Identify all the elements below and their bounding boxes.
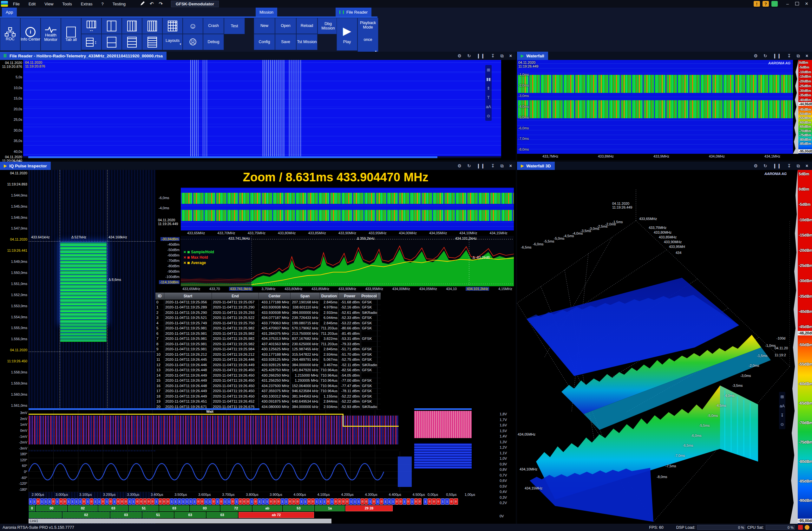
minimize-button[interactable]: – (783, 1, 792, 6)
legend-x-icon[interactable]: ✕ (183, 261, 186, 265)
status-green-icon[interactable] (771, 1, 778, 7)
iq-title-tab[interactable]: ▶ IQ Pulse Inspector (0, 162, 51, 170)
download-icon[interactable]: ↧ (787, 163, 791, 168)
hex-cell[interactable] (315, 512, 422, 518)
hex-cell[interactable] (29, 512, 62, 518)
hex-cell[interactable]: 29 28 (345, 505, 393, 511)
gear-icon[interactable]: ⚙ (458, 53, 462, 58)
table-row[interactable]: 192020-11-04T11:19:26.451 2020-11-04T11:… (156, 399, 381, 404)
detach-icon[interactable]: ⧉ (797, 163, 800, 169)
error-indicator-icon[interactable] (798, 525, 803, 530)
layout-columns-resize-button[interactable]: ↔ (81, 18, 102, 34)
fr-h-scrollbar[interactable] (23, 156, 501, 158)
hex-cell[interactable]: 02 (62, 512, 110, 518)
demod-eye-panel[interactable] (414, 411, 472, 438)
file-reader-titlebar[interactable]: File Reader - Holibro-Radio-Telemetry_43… (0, 52, 516, 60)
pause-icon[interactable]: ❙❙ (477, 163, 485, 168)
menu-view[interactable]: View (41, 1, 57, 7)
detach-icon[interactable]: ⧉ (501, 53, 504, 59)
gear-icon[interactable]: ⚙ (754, 163, 758, 168)
close-panel-icon[interactable]: × (806, 163, 808, 168)
hex-cell[interactable] (393, 505, 422, 511)
menu-extras[interactable]: Extras (77, 1, 97, 7)
hex-cell[interactable]: 72 (220, 505, 252, 511)
smiley-happy-button[interactable]: ☺ (183, 18, 203, 34)
hex-cell[interactable]: 03 (174, 512, 206, 518)
table-row[interactable]: 162020-11-04T11:19:26.448 2020-11-04T11:… (156, 383, 381, 389)
table-row[interactable]: 122020-11-04T11:19:26.446 2020-11-04T11:… (156, 362, 381, 368)
hex-cell[interactable]: 51 (142, 512, 174, 518)
download-icon[interactable]: ↧ (787, 53, 791, 58)
alert-icon[interactable]: ! (754, 1, 760, 7)
wf3d-color-scale[interactable]: 5dBm0dBm-5dBm-10dBm-15dBm-20dBm-25dBm-30… (798, 170, 812, 524)
h-scrollbar[interactable] (414, 408, 472, 410)
layout-4col-button[interactable] (142, 18, 162, 34)
waterfall-title-tab[interactable]: ▶ Waterfall (517, 52, 548, 60)
ribbon-tab-file-reader[interactable]: File Reader (336, 8, 372, 16)
hex-cell[interactable]: 03 (111, 512, 142, 518)
close-panel-icon[interactable]: × (509, 163, 512, 168)
demod-level-panel[interactable] (414, 443, 472, 469)
mission-tst-button[interactable]: Tst Mission (296, 34, 318, 50)
phase-plot[interactable] (29, 452, 412, 492)
file-reader-title-tab[interactable]: File Reader - Holibro-Radio-Telemetry_43… (0, 52, 166, 60)
zoom-waterfall[interactable] (181, 188, 514, 231)
mission-save-button[interactable]: Save (275, 34, 296, 50)
table-row[interactable]: 52020-11-04T11:19:25.981 2020-11-04T11:1… (156, 326, 381, 331)
layout-3row-button[interactable] (122, 34, 142, 50)
debug-button[interactable]: Debug (203, 34, 224, 50)
pause-icon[interactable]: ❙❙ (477, 53, 485, 58)
download-icon[interactable]: ↧ (491, 53, 495, 58)
layouts-dropdown-button[interactable]: Layouts▾ (162, 34, 183, 50)
layout-2row-button[interactable] (102, 34, 122, 50)
ribbon-tab-app[interactable]: App (2, 8, 17, 16)
hex-cell[interactable]: 03 (190, 505, 220, 511)
download-icon[interactable]: ↧ (491, 163, 495, 168)
table-row[interactable]: 182020-11-04T11:19:26.449 2020-11-04T11:… (156, 394, 381, 399)
layout-3col-button[interactable] (122, 18, 142, 34)
tab-all-button[interactable]: Tab all (61, 18, 81, 51)
redo-icon[interactable]: ↷ (157, 1, 165, 7)
table-header[interactable]: IDStart EndCenter SpanDuration PowerProt… (156, 293, 381, 299)
spectrum-plot[interactable]: 433.741,9kHz Δ 359,2kHz 434.101,2kHz Δ -… (181, 236, 514, 286)
menu-testing[interactable]: Testing (109, 1, 129, 7)
legend-x-icon[interactable]: ✕ (183, 250, 186, 254)
table-row[interactable]: 12020-11-04T11:19:25.289 2020-11-04T11:1… (156, 305, 381, 310)
hex-cell[interactable]: 51 (129, 505, 159, 511)
mission-dbg-button[interactable]: Dbg Mission (318, 18, 339, 34)
menu-file[interactable]: File (9, 1, 24, 7)
gear-icon[interactable]: ⚙ (754, 53, 758, 58)
iq-waveform-plot[interactable]: Wait (29, 410, 399, 450)
hex-cell[interactable]: ab (252, 505, 282, 511)
refresh-icon[interactable]: ↻ (467, 53, 471, 58)
download-icon[interactable]: ↧ (781, 413, 784, 417)
table-row[interactable]: 72020-11-04T11:19:25.981 2020-11-04T11:1… (156, 336, 381, 342)
table-row[interactable]: 42020-11-04T11:19:25.749 2020-11-04T11:1… (156, 321, 381, 326)
pause-icon[interactable]: ❙❙ (773, 53, 782, 58)
hex-cell[interactable]: 03 (206, 512, 238, 518)
detach-icon[interactable]: ⧉ (501, 163, 504, 169)
link-row[interactable]: Link1 (29, 519, 332, 523)
table-row[interactable]: 32020-11-04T11:19:25.521 2020-11-04T11:1… (156, 315, 381, 321)
health-monitor-button[interactable]: Health Monitor (41, 18, 61, 51)
ribbon-tab-mission[interactable]: Mission (256, 8, 277, 16)
layout-rows-resize-button[interactable]: ↕ (81, 34, 102, 50)
waterfall-color-scale[interactable]: 0dBm-5dBm-10dBm-15dBm-20dBm-25dBm-30dBm-… (798, 60, 812, 154)
table-row[interactable]: 02020-11-04T11:19:25.056 2020-11-04T11:1… (156, 299, 381, 305)
clock-icon[interactable]: ⊙ (781, 422, 784, 427)
clock-icon[interactable]: ⊙ (487, 114, 490, 118)
table-row[interactable]: 22020-11-04T11:19:25.290 2020-11-04T11:1… (156, 310, 381, 315)
playback-mode-button[interactable]: Playback Mode once ▾ (358, 18, 378, 56)
mission-open-button[interactable]: Open (275, 18, 296, 34)
fr-spectrogram[interactable]: 04.11.202011:19:20.876 ⊞ ▮▮ ⇕ T aA ⊙ (23, 60, 501, 158)
edit-pencil-icon[interactable] (138, 1, 147, 7)
maximize-button[interactable] (793, 1, 801, 6)
table-row[interactable]: 172020-11-04T11:19:26.449 2020-11-04T11:… (156, 389, 381, 394)
waterfall-spectrogram[interactable]: 04.11.202011:19:26.449 -1,0ms-2,0ms-3,0m… (517, 60, 793, 154)
mission-new-button[interactable]: New (254, 18, 275, 34)
waterfall-titlebar[interactable]: ▶ Waterfall ⚙↻ ❙❙ ↧⧉ × (517, 52, 812, 60)
pause-icon[interactable]: ▮▮ (486, 77, 491, 82)
refresh-icon[interactable]: ↻ (467, 163, 471, 168)
wf3d-scene[interactable]: 04.11.202011:19:26.449 -1,5ms-2,0ms-2,5m… (517, 170, 790, 524)
layout-4row-button[interactable] (142, 34, 162, 50)
